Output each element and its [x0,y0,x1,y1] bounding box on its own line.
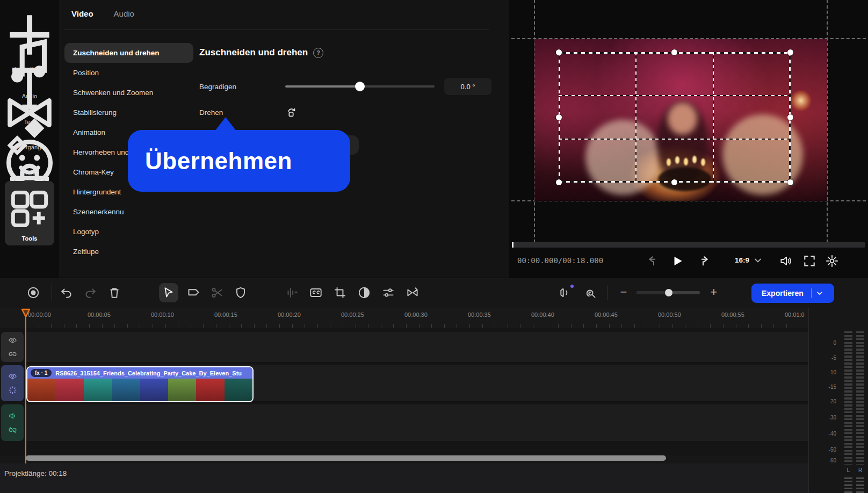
tab-audio[interactable]: Audio [114,9,134,18]
menu-item-logo[interactable]: Logotyp [64,222,193,242]
previous-frame-icon[interactable] [647,254,661,268]
speaker-icon[interactable] [8,411,17,421]
zoom-out-icon[interactable]: − [617,286,631,300]
crop-selection[interactable] [559,52,791,183]
meter-scale-label: -50 [812,447,836,453]
eye-icon[interactable] [8,336,17,345]
track-header-video [1,365,24,401]
delete-icon[interactable] [107,286,121,300]
contrast-icon[interactable] [357,286,371,300]
thumbnail [196,379,224,401]
next-frame-icon[interactable] [696,254,710,268]
play-icon[interactable] [670,254,684,268]
timeline-zoom-slider[interactable] [636,291,700,294]
playhead-line[interactable] [25,317,26,463]
chevron-down-icon[interactable] [754,256,762,265]
export-button[interactable]: Exportieren [751,284,834,303]
ruler-label: 00:00:10 [151,311,174,318]
crop-handle-ne[interactable] [787,49,793,55]
thumbnail [112,379,140,401]
captions-icon[interactable] [309,286,323,300]
crop-grid-v2 [713,52,714,183]
tag-tool-icon[interactable] [185,286,199,300]
track-header-overlay [1,332,24,362]
meter-scale-label: -60 [812,458,836,463]
thumbnail [27,379,55,401]
menu-item-scene-detection[interactable]: Szenenerkennu [64,202,193,222]
video-preview-frame[interactable] [534,39,827,201]
tooltip-text: Übernehmen [145,148,292,175]
meter-channel-label: R [856,467,864,473]
audio-levels-icon[interactable] [559,286,573,300]
status-bar: Projektlänge: 00:18 [0,463,808,493]
straighten-slider[interactable] [285,85,435,88]
menu-item-crop-rotate[interactable]: Zuschneiden und drehen [64,43,193,63]
meter-scale-label: -40 [812,431,836,437]
seekbar-position[interactable] [512,242,513,248]
effects-burst-icon[interactable] [8,386,17,395]
preview-seekbar[interactable] [512,242,865,248]
link-icon[interactable] [8,350,17,359]
track-lane-audio[interactable] [26,404,808,441]
export-button-divider [811,288,812,298]
crop-handle-se[interactable] [787,179,793,185]
zoom-in-icon[interactable]: + [707,286,721,300]
aspect-ratio-selector[interactable]: 16:9 [735,256,749,264]
horizontal-scrollbar[interactable] [26,455,666,461]
meter-scale-label: 0 [812,340,836,346]
unlink-icon[interactable] [8,425,17,434]
menu-item-slow-motion[interactable]: Zeitlupe [64,242,193,262]
crop-tool-icon[interactable] [333,286,347,300]
thumbnail [140,379,168,401]
help-icon[interactable]: ? [313,48,323,58]
meter-column-right [856,331,864,465]
color-tools-icon[interactable] [584,286,598,300]
ruler-label: 00:00:15 [214,311,237,318]
crop-rotate-content: Zuschneiden und drehen ? Begradigen 0.0 … [199,43,500,58]
crop-handle-s[interactable] [671,179,677,185]
menu-item-position[interactable]: Position [64,63,193,83]
export-chevron-down-icon[interactable] [816,289,823,297]
tab-video[interactable]: Video [71,9,93,18]
timeline-clip[interactable]: fx · 1 RS8626_315154_Friends_Celebrating… [26,366,254,402]
panel-tabs: Video Audio [71,9,134,18]
thumbnail [84,379,112,401]
scissors-icon[interactable] [210,286,224,300]
pointer-tool-icon[interactable] [162,286,176,300]
straighten-value[interactable]: 0.0 ° [444,78,491,95]
sidebar-item-tools[interactable]: Tools [5,181,54,245]
meter-channel-label: L [844,467,852,473]
audio-sync-icon[interactable] [285,286,299,300]
timeline-ruler[interactable]: 00:00:00 00:00:05 00:00:10 00:00:15 00:0… [0,308,808,328]
preview-controls: 00:00.000/00:18.000 16:9 [509,250,868,274]
crop-handle-n[interactable] [671,49,677,55]
crop-handle-w[interactable] [556,114,562,120]
crop-handle-nw[interactable] [556,49,562,55]
record-icon[interactable] [26,286,40,300]
gear-icon[interactable] [825,254,839,268]
thumbnail [225,379,252,401]
transition-tool-icon[interactable] [406,286,419,300]
adjustments-sliders-icon[interactable] [381,286,395,300]
menu-item-pan-zoom[interactable]: Schwenken und Zoomen [64,83,193,103]
slider-knob[interactable] [355,82,365,91]
rotate-cw-icon[interactable] [285,106,297,118]
track-lane-overlay[interactable] [26,332,808,363]
crop-handle-sw[interactable] [556,179,562,185]
fullscreen-icon[interactable] [802,254,816,268]
menu-item-stabilization[interactable]: Stabilisierung [64,103,193,122]
zoom-slider-knob[interactable] [665,289,672,296]
meter-column-left [844,331,852,465]
eye-icon[interactable] [8,372,17,381]
tracks-area: fx · 1 RS8626_315154_Friends_Celebrating… [0,328,808,455]
speaker-icon[interactable] [779,254,793,268]
undo-icon[interactable] [60,286,74,300]
ruler-label: 00:00:00 [28,311,51,318]
timeline-toolbar: − + Exportieren [0,278,868,308]
crop-handle-e[interactable] [787,114,793,120]
ruler-label: 00:01:0 [785,311,805,318]
meter-column-left-bottom [844,477,852,493]
redo-icon[interactable] [83,286,97,300]
marker-shield-icon[interactable] [234,286,248,300]
sidebar-item-label: Tools [5,235,54,242]
